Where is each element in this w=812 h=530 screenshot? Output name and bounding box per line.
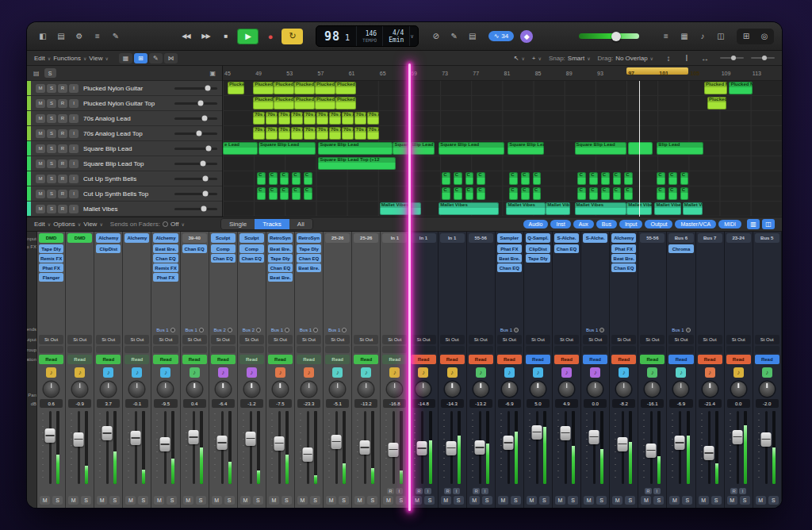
automation-mode-button[interactable]: Read [411, 355, 435, 364]
region[interactable] [628, 142, 653, 155]
pan-knob[interactable] [358, 382, 373, 397]
segment-tracks[interactable]: Tracks [255, 219, 289, 229]
send-slot[interactable] [640, 325, 665, 335]
plugin-slot[interactable]: Remix FX [39, 254, 63, 263]
track-volume-slider[interactable] [174, 163, 217, 165]
grid-icon[interactable]: ▦ [119, 53, 132, 63]
output-slot[interactable]: St Out [124, 335, 149, 344]
channel-input-slot[interactable]: Bus 7 [698, 233, 722, 243]
rewind-button[interactable]: ◀◀ [178, 29, 194, 44]
region[interactable]: C [657, 187, 665, 200]
channel-input-slot[interactable]: S-Alche. [554, 233, 579, 243]
inspector-icon[interactable]: ◧ [35, 29, 51, 44]
region[interactable]: C [589, 187, 598, 200]
output-slot[interactable]: St Out [755, 335, 779, 344]
region[interactable]: e Lead [223, 142, 258, 155]
region[interactable]: 70s A [367, 112, 379, 125]
channel-strip[interactable]: 25-26Bus 1St OutRead♪-5.1MS [324, 232, 352, 508]
track-volume-knob[interactable] [201, 116, 207, 121]
automation-mode-button[interactable]: Read [668, 355, 693, 364]
channel-input-slot[interactable]: RetroSyn [268, 233, 293, 243]
pan-knob[interactable] [244, 382, 259, 397]
region[interactable]: 70s A [304, 112, 316, 125]
volume-readout[interactable]: -0.1 [125, 399, 148, 408]
vertical-zoom-slider[interactable] [751, 57, 775, 59]
solo-button[interactable]: S [47, 144, 56, 153]
solo-button[interactable]: S [138, 496, 148, 505]
region[interactable]: 70s A [329, 112, 341, 125]
group-slot[interactable] [726, 346, 751, 353]
volume-readout[interactable]: -7.5 [269, 399, 292, 408]
record-button[interactable]: R [473, 488, 480, 494]
fader-handle[interactable] [646, 444, 657, 458]
filter-inst[interactable]: Inst [550, 220, 570, 229]
fader-handle[interactable] [102, 426, 113, 440]
filter-input[interactable]: Input [619, 220, 643, 229]
fader-handle[interactable] [417, 441, 427, 455]
cycle-button[interactable]: ↻ [282, 29, 303, 44]
fader-handle[interactable] [188, 430, 198, 444]
solo-button[interactable]: S [682, 496, 692, 505]
region[interactable]: C [257, 172, 266, 185]
channel-input-slot[interactable]: Alchemy [153, 233, 178, 243]
plugin-slot[interactable]: Chan EQ [497, 263, 522, 272]
fader-handle[interactable] [216, 436, 227, 450]
solo-button[interactable]: S [539, 496, 550, 505]
plugin-slot[interactable]: Remix FX [153, 263, 178, 272]
automation-mode-button[interactable]: Read [153, 355, 178, 364]
track-volume-slider[interactable] [174, 87, 217, 90]
cycle-region[interactable] [626, 67, 688, 75]
pan-knob[interactable] [760, 382, 775, 397]
channel-strip[interactable]: S-Alche.Bus 1St OutRead♪0.0MS [581, 232, 610, 508]
record-button[interactable]: R [444, 488, 451, 494]
record-button[interactable]: R [645, 488, 652, 494]
plugin-slot[interactable]: Chroma [668, 244, 693, 253]
automation-mode-button[interactable]: Read [726, 355, 751, 364]
output-slot[interactable]: St Out [583, 335, 607, 344]
solo-button[interactable]: S [396, 496, 406, 505]
snap-grid-icon[interactable]: ⊞ [134, 53, 147, 63]
solo-button[interactable]: S [253, 496, 263, 505]
volume-readout[interactable]: -16.8 [383, 399, 406, 408]
region[interactable]: Plucked Nyl [315, 82, 335, 94]
output-slot[interactable]: St Out [611, 335, 636, 344]
channel-input-slot[interactable]: Sculpt [239, 233, 264, 243]
solo-button[interactable]: S [81, 496, 91, 505]
fader-handle[interactable] [131, 431, 141, 445]
output-slot[interactable]: St Out [96, 335, 121, 344]
pan-knob[interactable] [559, 382, 574, 397]
output-slot[interactable]: St Out [268, 335, 293, 344]
send-slot[interactable]: Bus 1 [268, 325, 293, 335]
send-slot[interactable]: Bus 1 [297, 325, 321, 335]
region[interactable]: Plucked Nyl [315, 97, 335, 109]
mute-button[interactable]: M [669, 496, 680, 505]
playhead-line[interactable] [408, 63, 411, 511]
lists-icon[interactable]: ≡ [658, 29, 674, 44]
region[interactable]: 70s A [367, 127, 379, 140]
channel-strip[interactable]: 55-56St OutRead♪-16.1RIMS [638, 232, 667, 508]
input-monitor-button[interactable]: I [739, 488, 746, 494]
fader-track[interactable] [135, 411, 137, 484]
solo-button[interactable]: S [424, 496, 435, 505]
region[interactable]: Mallet Vibes [380, 202, 421, 215]
region[interactable]: 70s A [253, 112, 265, 125]
mute-button[interactable]: M [412, 496, 422, 505]
automation-mode-button[interactable]: Read [268, 355, 293, 364]
output-slot[interactable]: St Out [469, 335, 493, 344]
bar-ruler[interactable]: 4549535761656973778185899397101105109113 [223, 66, 782, 81]
fader-handle[interactable] [389, 443, 399, 457]
fader-handle[interactable] [331, 435, 342, 449]
send-slot[interactable] [755, 325, 779, 335]
solo-button[interactable]: S [52, 496, 63, 505]
group-slot[interactable] [354, 346, 378, 353]
channel-strip[interactable]: 25-26St OutRead♪-13.2MS [352, 232, 381, 508]
pan-knob[interactable] [330, 382, 345, 397]
header-options-icon[interactable]: ▣ [209, 70, 216, 77]
region[interactable]: 70s A [354, 112, 366, 125]
fader-track[interactable] [250, 411, 252, 484]
menu-functions[interactable]: Functions∨ [53, 55, 86, 62]
output-slot[interactable]: St Out [297, 335, 321, 344]
channel-strip[interactable]: AlchemyPhat FXBeat Bre.Chan EQSt OutRead… [610, 232, 638, 508]
send-slot[interactable]: Bus 2 [211, 325, 236, 335]
region[interactable]: C [269, 172, 278, 185]
